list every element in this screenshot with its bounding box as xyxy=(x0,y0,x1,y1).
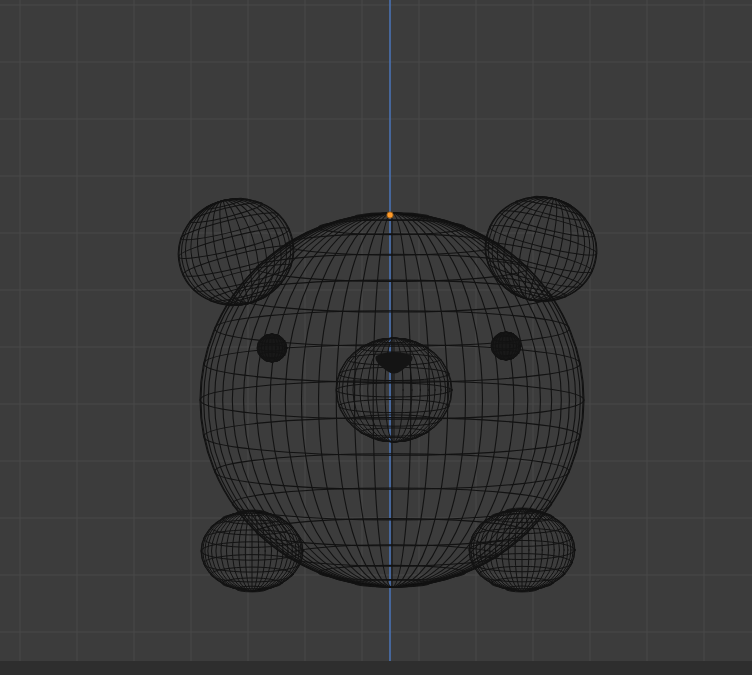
viewport-background xyxy=(0,0,752,675)
foot-right-wireframe xyxy=(469,508,575,592)
bottom-editor-strip xyxy=(0,661,752,675)
eye-right-wireframe xyxy=(491,332,521,360)
foot-left-wireframe xyxy=(201,510,303,592)
object-origin-point[interactable] xyxy=(387,212,393,218)
3d-viewport[interactable] xyxy=(0,0,752,675)
viewport-canvas[interactable] xyxy=(0,0,752,675)
eye-left-wireframe xyxy=(257,334,287,362)
